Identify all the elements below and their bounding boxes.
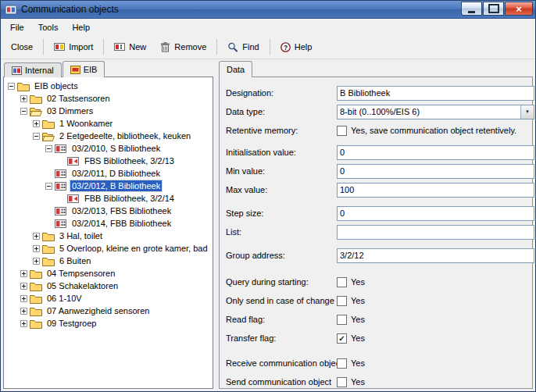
close-button[interactable]: Close (4, 38, 40, 55)
tree-item[interactable]: 03/2/014, FBB Bibliotheek (5, 217, 213, 230)
receive-communication-object-label: Receive communication object (226, 358, 337, 368)
collapse-icon[interactable] (20, 108, 27, 115)
tree-item[interactable]: 03 Dimmers (5, 105, 213, 117)
tree-item[interactable]: 09 Testgroep (5, 317, 213, 330)
tree-item[interactable]: EIB objects (5, 80, 213, 92)
only-send-in-case-of-change-checkbox[interactable] (337, 296, 347, 306)
tree-item[interactable]: 04 Tempsensoren (5, 267, 213, 280)
tree-item[interactable]: 6 Buiten (5, 255, 213, 267)
data-type-select[interactable]: 8-bit (0..100%/EIS 6)▼ (337, 105, 534, 119)
folder-icon (42, 244, 55, 254)
menu-help[interactable]: Help (65, 20, 97, 34)
commobj-icon (55, 144, 68, 154)
find-icon (227, 42, 238, 52)
receive-communication-object-checkbox[interactable] (337, 358, 347, 369)
form-row: Min value: (226, 162, 527, 180)
query-during-starting-checkbox[interactable] (337, 277, 347, 287)
folder-icon (30, 319, 43, 329)
collapse-icon[interactable] (45, 145, 52, 152)
tab-data[interactable]: Data (219, 61, 252, 77)
tree-item[interactable]: FBB Bibliotheek, 3/2/14 (5, 192, 213, 205)
help-button[interactable]: ?Help (273, 38, 320, 56)
expand-icon[interactable] (20, 308, 27, 315)
form-row: Read flag:Yes (226, 310, 527, 329)
send-communication-object-checkbox[interactable] (337, 377, 347, 387)
collapse-icon[interactable] (45, 183, 52, 190)
tree-item-label: 09 Testgroep (45, 318, 98, 329)
tree-item[interactable]: 03/2/010, S Bibliotheek (5, 142, 213, 155)
max-value-label: Max value: (226, 185, 337, 194)
min-value-label: Min value: (226, 166, 337, 176)
minimize-button[interactable] (461, 2, 482, 16)
tree-item[interactable]: 05 Schakelaktoren (5, 280, 213, 292)
tree-item-label: 03 Dimmers (45, 105, 95, 116)
maximize-button[interactable] (483, 2, 504, 16)
transfer-flag-checkbox[interactable]: ✓ (337, 333, 347, 344)
form-row: Send communication objectYes (226, 372, 527, 391)
tree-view: EIB objects02 Tastsensoren03 Dimmers1 Wo… (3, 77, 213, 389)
tree-item[interactable]: 1 Woonkamer (5, 117, 213, 130)
tree-item[interactable]: 03/2/011, D Bibliotheek (5, 167, 213, 180)
group-address-input[interactable] (337, 248, 534, 263)
tree-item-label: 03/2/010, S Bibliotheek (70, 143, 162, 154)
tab-internal[interactable]: Internal (4, 62, 62, 77)
send-communication-object-label: Send communication object (226, 377, 337, 387)
tree-item-label: 03/2/014, FBB Bibliotheek (70, 218, 173, 229)
expand-icon[interactable] (33, 233, 40, 240)
form-rows: Designation:Data type:8-bit (0..100%/EIS… (226, 84, 527, 391)
menu-tools[interactable]: Tools (31, 20, 66, 34)
form-row: Query during starting:Yes (226, 273, 527, 291)
tree-item[interactable]: 02 Tastsensoren (5, 92, 213, 105)
tree-item[interactable]: 03/2/013, FBS Bibliotheek (5, 205, 213, 217)
folder-icon (30, 306, 43, 316)
checkbox-label: Yes (351, 358, 365, 368)
max-value-input[interactable] (337, 183, 534, 198)
data-panel: Designation:Data type:8-bit (0..100%/EIS… (219, 77, 533, 389)
close-icon[interactable]: × (505, 2, 533, 16)
expand-icon[interactable] (33, 120, 40, 127)
collapse-icon[interactable] (8, 83, 15, 90)
find-button[interactable]: Find (220, 38, 266, 56)
checkbox-label: Yes (351, 277, 365, 287)
new-button[interactable]: New (107, 38, 153, 55)
toolbar-separator (103, 39, 104, 55)
tree-item[interactable]: 03/2/012, B Bibliotheek (5, 180, 213, 192)
tree-item[interactable]: 06 1-10V (5, 292, 213, 305)
import-button[interactable]: Import (47, 38, 100, 55)
tree-item-label: 1 Woonkamer (58, 118, 114, 129)
tree-item-label: 03/2/013, FBS Bibliotheek (70, 205, 173, 216)
expand-icon[interactable] (20, 283, 27, 290)
tab-data-label: Data (227, 65, 245, 74)
expand-icon[interactable] (20, 270, 27, 277)
tree-item[interactable]: 5 Overloop, kleine en grote kamer, bad (5, 242, 213, 255)
tree-item[interactable]: FBS Bibliotheek, 3/2/13 (5, 155, 213, 167)
expand-icon[interactable] (33, 258, 40, 265)
initialisation-value-input[interactable] (337, 145, 534, 160)
expand-icon[interactable] (20, 320, 27, 327)
min-value-input[interactable] (337, 164, 534, 179)
tab-eib[interactable]: EIB (63, 61, 105, 77)
commobj-icon (55, 219, 68, 229)
collapse-icon[interactable] (33, 133, 40, 140)
remove-button[interactable]: Remove (153, 38, 213, 56)
expand-icon[interactable] (20, 295, 27, 302)
step-size-input[interactable] (337, 206, 534, 221)
expand-icon[interactable] (20, 95, 27, 102)
tree-item-label: 03/2/012, B Bibliotheek (70, 180, 162, 191)
tree-item[interactable]: 2 Eetgedeelte, bibliotheek, keuken (5, 130, 213, 142)
commobj-icon (55, 206, 68, 216)
window-title: Communication objects (21, 4, 119, 15)
checkbox-label: Yes (351, 377, 365, 387)
retentive-memory-checkbox[interactable] (337, 126, 347, 136)
expand-icon[interactable] (33, 245, 40, 252)
form-row: Transfer flag:✓Yes (226, 329, 527, 347)
tree-item[interactable]: 07 Aanwezigheid sensoren (5, 305, 213, 317)
list-input[interactable] (337, 225, 534, 240)
window-controls: × (460, 1, 533, 18)
designation-input[interactable] (337, 86, 534, 101)
tree-item[interactable]: 3 Hal, toilet (5, 230, 213, 242)
tree-item-label: 02 Tastsensoren (45, 93, 112, 104)
read-flag-checkbox[interactable] (337, 315, 347, 325)
menu-file[interactable]: File (3, 20, 31, 34)
dropdown-arrow-icon[interactable]: ▼ (520, 105, 534, 119)
